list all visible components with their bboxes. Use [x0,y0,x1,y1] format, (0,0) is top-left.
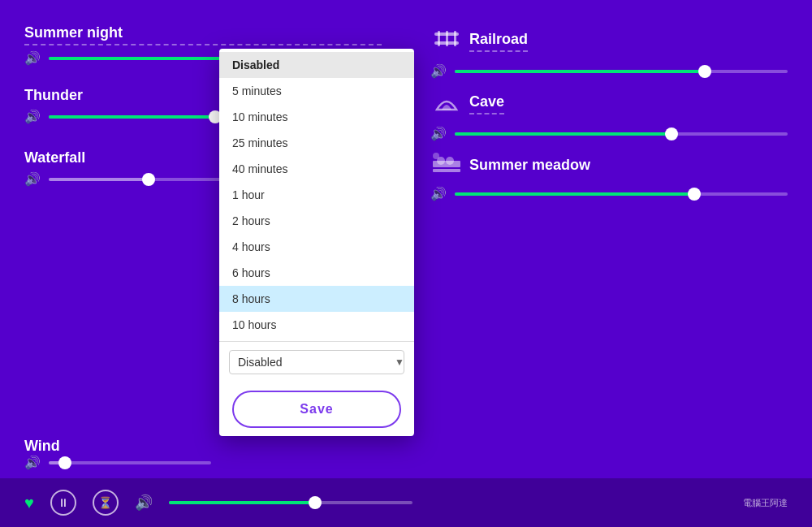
cave-volume-row: 🔊 [430,126,788,141]
svg-rect-6 [433,169,460,172]
summer-meadow-label: Summer meadow [469,157,590,174]
global-volume-slider[interactable] [169,501,412,504]
timer-select-row: Disabled 5 minutes 10 minutes 25 minutes… [219,341,414,382]
global-volume-icon[interactable]: 🔊 [135,494,153,512]
save-button[interactable]: Save [232,391,401,428]
thunder-volume-icon: 🔊 [24,109,41,124]
option-5min[interactable]: 5 minutes [219,78,414,104]
watermark: 電腦王阿達 [743,497,788,509]
option-1hour[interactable]: 1 hour [219,182,414,208]
wind-label: Wind [24,438,211,455]
railroad-volume-row: 🔊 [430,63,788,79]
timer-dropdown-modal: Disabled 5 minutes 10 minutes 25 minutes… [219,49,414,436]
wind-volume-row: 🔊 [24,455,211,470]
option-8hours[interactable]: 8 hours [219,286,414,312]
heart-icon[interactable]: ♥ [24,494,34,512]
summer-meadow-slider[interactable] [455,192,788,196]
summer-meadow-volume-icon: 🔊 [430,186,447,201]
cave-volume-icon: 🔊 [430,126,447,141]
railroad-volume-icon: 🔊 [430,63,447,79]
option-6hours[interactable]: 6 hours [219,260,414,286]
railroad-icon [430,24,463,58]
wind-volume-icon: 🔊 [24,455,41,470]
railroad-slider[interactable] [455,70,788,73]
svg-rect-4 [454,31,456,46]
timer-icon[interactable]: ⏳ [93,490,119,516]
timer-select[interactable]: Disabled 5 minutes 10 minutes 25 minutes… [229,350,404,374]
timer-options-list: Disabled 5 minutes 10 minutes 25 minutes… [219,49,414,341]
svg-point-8 [446,157,454,165]
wind-slider[interactable] [49,461,211,464]
option-2hours[interactable]: 2 hours [219,208,414,234]
railroad-label: Railroad [469,31,528,52]
summer-meadow-icon [430,149,463,181]
summer-night-label: Summer night [24,24,382,45]
summer-meadow-volume-row: 🔊 [430,186,788,201]
cave-label: Cave [469,93,504,114]
option-10hours[interactable]: 10 hours [219,312,414,338]
waterfall-volume-icon: 🔊 [24,171,41,187]
option-4hours[interactable]: 4 hours [219,234,414,260]
sound-item-cave: Cave 🔊 [430,87,788,141]
pause-icon[interactable]: ⏸ [50,490,76,516]
sound-item-wind: Wind 🔊 [24,438,211,470]
sound-item-summer-meadow: Summer meadow 🔊 [430,149,788,201]
svg-rect-2 [438,31,440,46]
option-25min[interactable]: 25 minutes [219,130,414,156]
bottom-bar: ♥ ⏸ ⏳ 🔊 電腦王阿達 [0,478,812,527]
sound-item-railroad: Railroad 🔊 [430,24,788,79]
cave-slider[interactable] [455,132,788,136]
svg-rect-3 [446,31,448,46]
option-10min[interactable]: 10 minutes [219,104,414,130]
option-40min[interactable]: 40 minutes [219,156,414,182]
main-background: Summer night 🔊 [0,0,812,527]
save-btn-row: Save [219,382,414,436]
option-disabled[interactable]: Disabled [219,52,414,78]
svg-point-9 [433,153,439,159]
summer-night-volume-icon: 🔊 [24,50,41,66]
cave-icon [430,87,463,121]
